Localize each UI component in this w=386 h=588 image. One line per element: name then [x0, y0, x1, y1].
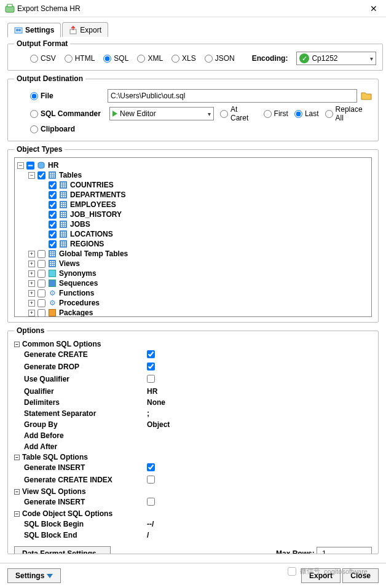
tab-settings[interactable]: Settings [7, 23, 61, 37]
opt-delimiters-value[interactable]: None [147, 398, 372, 407]
opt-stmt-sep-value[interactable]: ; [147, 409, 372, 418]
grid-icon [59, 200, 68, 209]
format-html[interactable]: HTML [65, 54, 95, 63]
expand-icon[interactable]: + [28, 300, 35, 307]
svg-rect-2 [15, 28, 22, 33]
folder-browse-icon[interactable] [361, 91, 372, 101]
tree-checkbox[interactable] [37, 250, 45, 258]
tree-checkbox[interactable] [37, 270, 45, 278]
tree-checkbox[interactable] [37, 289, 45, 297]
tree-checkbox[interactable] [37, 299, 45, 307]
expand-icon[interactable]: + [28, 310, 35, 316]
grid-icon [48, 249, 57, 258]
opt-block-begin-value[interactable]: --/ [147, 519, 372, 529]
export-button[interactable]: Export [301, 568, 341, 583]
tree-node[interactable]: +Global Temp Tables [15, 249, 371, 259]
pos-at-caret[interactable]: At Caret [220, 105, 258, 122]
tree-checkbox[interactable] [49, 211, 57, 219]
grid-icon [59, 230, 68, 238]
grid-icon [48, 171, 57, 179]
dest-clipboard[interactable]: Clipboard [30, 125, 75, 133]
tree-node[interactable]: +⚙Functions [15, 288, 371, 298]
section-view[interactable]: −View SQL Options [14, 487, 372, 496]
cyan-icon [48, 269, 57, 278]
data-format-settings-button[interactable]: Data Format Settings... [14, 546, 111, 554]
tree-node[interactable]: +Synonyms [15, 269, 371, 278]
tab-export[interactable]: Export [62, 22, 108, 37]
svg-point-4 [18, 29, 21, 31]
format-sql[interactable]: SQL [103, 54, 128, 63]
opt-add-before-value[interactable] [147, 431, 372, 441]
expand-icon[interactable]: + [28, 290, 35, 297]
tree-node[interactable]: LOCATIONS [15, 229, 371, 239]
blue-icon [48, 279, 57, 288]
close-button[interactable]: Close [342, 568, 379, 583]
opt-add-after-value[interactable] [147, 442, 372, 452]
opt-generate-drop[interactable] [147, 363, 155, 370]
tree-checkbox[interactable] [37, 309, 45, 317]
collapse-icon[interactable]: − [17, 162, 24, 169]
tree-node[interactable]: −Tables [15, 170, 371, 180]
opt-block-end-value[interactable]: / [147, 530, 372, 540]
format-csv[interactable]: CSV [30, 54, 56, 63]
object-tree[interactable]: −HR−TablesCOUNTRIESDEPARTMENTSEMPLOYEESJ… [14, 157, 372, 317]
tree-node[interactable]: JOBS [15, 219, 371, 229]
tree-node[interactable]: JOB_HISTORY [15, 210, 371, 219]
dest-sql-commander[interactable]: SQL Commander [30, 109, 103, 118]
encoding-select[interactable]: ✓ Cp1252 ▾ [296, 52, 376, 65]
section-common[interactable]: −Common SQL Options [14, 340, 372, 348]
grid-icon [59, 181, 68, 189]
tree-node[interactable]: DEPARTMENTS [15, 190, 371, 200]
encoding-value: Cp1252 [312, 54, 365, 63]
tree-checkbox[interactable] [37, 260, 45, 268]
pos-first[interactable]: First [264, 109, 288, 118]
tree-node[interactable]: −HR [15, 160, 371, 170]
format-xls[interactable]: XLS [171, 54, 196, 63]
tree-node[interactable]: +⚙Procedures [15, 298, 371, 308]
pos-last[interactable]: Last [294, 109, 319, 118]
expand-icon[interactable]: + [28, 261, 35, 267]
format-xml[interactable]: XML [137, 54, 163, 63]
options-legend: Options [14, 326, 47, 335]
tree-label: Sequences [59, 278, 98, 288]
tree-node[interactable]: +Sequences [15, 278, 371, 288]
file-path-input[interactable] [108, 89, 357, 103]
opt-table-insert[interactable] [147, 463, 155, 471]
tree-node[interactable]: EMPLOYEES [15, 200, 371, 210]
section-code[interactable]: −Code Object SQL Options [14, 509, 372, 518]
tree-node[interactable]: +Views [15, 259, 371, 269]
expand-icon[interactable]: + [28, 251, 35, 257]
section-table[interactable]: −Table SQL Options [14, 453, 372, 461]
expand-icon[interactable]: + [28, 280, 35, 287]
opt-table-create-index[interactable] [147, 476, 155, 484]
tree-checkbox[interactable] [49, 181, 57, 189]
tree-node[interactable]: +Packages [15, 308, 371, 317]
tree-checkbox[interactable] [49, 221, 57, 229]
tree-checkbox[interactable] [37, 171, 45, 179]
tree-checkbox[interactable] [49, 201, 57, 209]
tree-checkbox[interactable] [49, 230, 57, 238]
tree-checkbox[interactable] [26, 162, 34, 170]
tree-node[interactable]: COUNTRIES [15, 180, 371, 190]
opt-group-by-value[interactable]: Object [147, 420, 372, 429]
tree-node[interactable]: REGIONS [15, 239, 371, 249]
tree-checkbox[interactable] [37, 280, 45, 288]
tree-label: Tables [59, 170, 82, 180]
tree-checkbox[interactable] [49, 191, 57, 199]
collapse-icon[interactable]: − [28, 172, 35, 179]
max-rows-input[interactable] [317, 547, 372, 554]
dest-file[interactable]: File [30, 92, 104, 100]
db-icon [37, 161, 45, 170]
sql-commander-select[interactable]: New Editor ▾ [109, 107, 214, 120]
chevron-down-icon: ▾ [370, 55, 373, 62]
opt-view-insert[interactable] [147, 498, 155, 506]
opt-generate-create[interactable] [147, 350, 155, 358]
pos-replace-all[interactable]: Replace All [325, 105, 372, 122]
settings-button[interactable]: Settings [7, 568, 61, 583]
opt-qualifier-value[interactable]: HR [147, 386, 372, 396]
format-json[interactable]: JSON [205, 54, 235, 63]
tree-checkbox[interactable] [49, 240, 57, 248]
opt-use-qualifier[interactable] [147, 375, 155, 383]
expand-icon[interactable]: + [28, 270, 35, 277]
close-icon[interactable]: ✕ [366, 4, 381, 14]
